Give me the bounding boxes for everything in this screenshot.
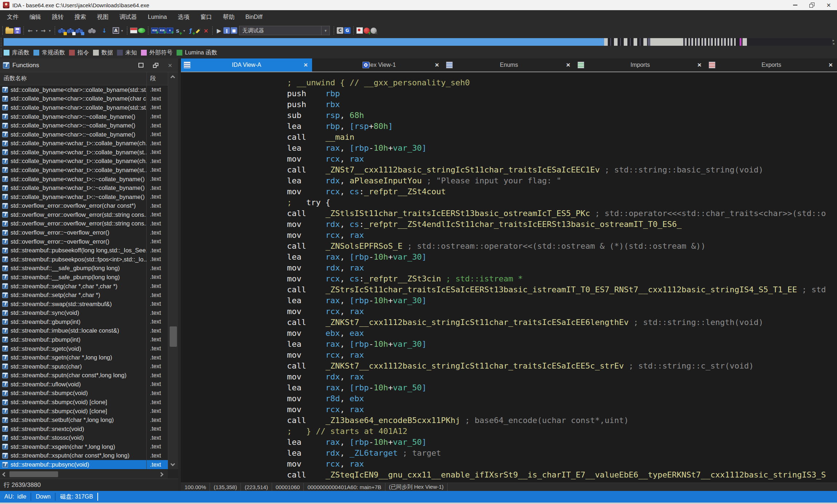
start-process-icon[interactable]: ▶ [215,27,223,34]
disasm-line[interactable]: ; __unwind { // __gxx_personality_seh0 [287,77,837,88]
menu-item-7[interactable]: Lumina [142,10,172,24]
search-icon[interactable] [88,27,96,34]
function-row[interactable]: fstd::streambuf::pubseekpos(std::fpos<in… [0,255,178,264]
function-row[interactable]: fstd::streambuf::sbumpc(void) [clone].te… [0,407,178,416]
scroll-left-icon[interactable] [2,472,7,477]
panel-close-icon[interactable]: × [168,63,172,68]
disasm-line[interactable]: lea rax, [rbp-10h+var_50] [287,382,837,393]
debugger-selector[interactable]: 无调试器▾ [239,26,330,35]
tab-enums[interactable]: Enums× [443,58,574,72]
disasm-line[interactable]: lea rax, [rbp-10h+var_30] [287,339,837,350]
horizontal-scroll-thumb[interactable] [9,471,58,477]
nav-forward-caret[interactable]: ▾ [48,27,52,34]
disasm-line[interactable]: call _ZNKSt7__cxx1112basic_stringIcSt11c… [287,361,837,371]
disasm-line[interactable]: call _ZNSt7__cxx1112basic_stringIcSt11ch… [287,164,837,175]
function-row[interactable]: fstd::overflow_error::overflow_error(cha… [0,202,178,211]
function-row[interactable]: fstd::streambuf::sputn(char const*,long … [0,371,178,380]
navband-left-icon[interactable]: ◂ [833,42,834,45]
function-row[interactable]: fstd::collate_byname<char>::collate_byna… [0,94,178,103]
disasm-line[interactable]: mov rcx, rax [287,230,837,241]
disasm-line[interactable]: call __main [287,132,837,143]
scroll-up-icon[interactable] [170,75,175,80]
disasm-line[interactable]: call _ZStlsISt11char_traitsIcEERSt13basi… [287,208,837,219]
menu-item-6[interactable]: 调试器 [114,10,142,24]
disasm-line[interactable]: mov r8d, ebx [287,393,837,404]
function-row[interactable]: fstd::collate_byname<wchar_t>::~collate_… [0,175,178,184]
disasm-line[interactable]: mov rdx, cs:_refptr__ZSt4endlIcSt11char_… [287,219,837,230]
trace-ellipse-icon[interactable] [138,28,145,33]
tab-close-icon[interactable]: × [304,62,308,68]
text-search-caret[interactable]: ▾ [120,27,124,34]
navband-arrows[interactable]: ▸◂ [833,39,834,45]
tab-close-icon[interactable]: × [698,62,701,68]
menu-item-3[interactable]: 跳转 [46,10,69,24]
function-row[interactable]: fstd::streambuf::stossc(void).text [0,434,178,443]
function-row[interactable]: fstd::streambuf::setp(char *,char *).tex… [0,290,178,300]
function-row[interactable]: fstd::streambuf::swap(std::streambuf&).t… [0,300,178,309]
function-row[interactable]: fstd::streambuf::pubsync(void).text [0,460,178,469]
chevron-down-icon[interactable]: ▾ [321,26,327,35]
function-row[interactable]: fstd::overflow_error::~overflow_error().… [0,228,178,237]
define-caret[interactable]: ▾ [182,27,186,34]
disasm-line[interactable]: mov rdx, rax [287,263,837,273]
define-word-icon[interactable]: 010+ [159,28,166,33]
define-byte-icon[interactable]: 010+ [151,28,158,33]
legend-drag-handle[interactable] [1,48,1,57]
navband-drag-handle[interactable] [1,38,1,46]
function-row[interactable]: fstd::streambuf::sputc(char).text [0,362,178,371]
panel-maximize-icon[interactable] [138,63,143,68]
function-row[interactable]: fstd::collate_byname<char>::~collate_byn… [0,130,178,139]
disasm-line[interactable]: mov rcx, rax [287,306,837,317]
stop-process-icon[interactable]: ■ [231,27,237,34]
disasm-line[interactable]: mov rcx, rax [287,154,837,164]
nav-back-icon[interactable]: ← [27,27,34,34]
column-function-name[interactable]: 函数名称 [0,75,146,82]
disasm-line[interactable]: lea rax, [rbp-10h+var_30] [287,252,837,263]
disasm-line[interactable]: sub rsp, 68h [287,110,837,121]
function-row[interactable]: fstd::streambuf::pubseekoff(long long,st… [0,246,178,255]
menu-item-8[interactable]: 选项 [172,10,195,24]
pause-process-icon[interactable]: ‖ [223,27,230,34]
close-button[interactable]: × [820,0,837,10]
function-row[interactable]: fstd::streambuf::xsputn(char const*,long… [0,451,178,460]
functions-column-header[interactable]: 函数名称 段 [0,72,178,85]
function-row[interactable]: fstd::collate_byname<wchar_t>::collate_b… [0,166,178,175]
tab-hex-view-1[interactable]: Hex View-1× [312,58,443,72]
navigation-band[interactable] [4,38,832,46]
disasm-line[interactable]: mov rcx, cs:_refptr__ZSt3cin ; std::istr… [287,273,837,284]
functions-panel-titlebar[interactable]: f Functions × [0,58,178,72]
function-row[interactable]: fstd::streambuf::imbue(std::locale const… [0,326,178,336]
disasm-line[interactable]: mov ebx, eax [287,328,837,339]
disassembly-view[interactable]: ; __unwind { // __gxx_personality_seh0pu… [181,72,837,483]
function-row[interactable]: fstd::collate_byname<char>::collate_byna… [0,85,178,94]
function-row[interactable]: fstd::streambuf::sgetc(void).text [0,344,178,353]
function-row[interactable]: fstd::streambuf::sbumpc(void).text [0,389,178,398]
disasm-line[interactable]: lea rax, [rbp-10h+var_50] [287,437,837,448]
jump-address-icon[interactable] [58,27,66,34]
disasm-line[interactable]: mov rcx, rax [287,404,837,415]
tab-close-icon[interactable]: × [435,62,439,68]
menu-item-5[interactable]: 视图 [92,10,114,24]
disasm-line[interactable]: lea rax, [rbp-10h+var_30] [287,295,837,306]
function-row[interactable]: fstd::streambuf::pbump(int).text [0,335,178,344]
panel-cascade-icon[interactable] [153,63,158,68]
function-row[interactable]: fstd::streambuf::__safe_gbump(long long)… [0,264,178,273]
function-row[interactable]: fstd::collate_byname<char>::~collate_byn… [0,112,178,121]
menu-item-4[interactable]: 搜索 [69,10,92,24]
vertical-scroll-thumb[interactable] [170,326,177,347]
disasm-line[interactable]: ; try { [287,197,837,208]
function-row[interactable]: fstd::collate_byname<wchar_t>::collate_b… [0,139,178,148]
delete-function-icon[interactable]: × [202,27,210,34]
nav-forward-icon[interactable]: → [40,27,47,34]
run-go-icon[interactable]: G [344,27,351,34]
nav-back-caret[interactable]: ▾ [35,27,39,34]
disasm-line[interactable]: ; } // starts at 401A12 [287,426,837,437]
tab-exports[interactable]: Exports× [706,58,837,72]
scroll-right-icon[interactable] [159,472,163,477]
disasm-line[interactable]: mov rcx, rax [287,459,837,470]
disasm-line[interactable]: call _ZStrsIcSt11char_traitsIcESaIcEERSt… [287,284,837,295]
run-cpp-icon[interactable]: C [337,27,343,34]
disasm-line[interactable]: push rbp [287,88,837,99]
disasm-line[interactable]: lea rbp, [rsp+80h] [287,121,837,132]
function-row[interactable]: fstd::streambuf::setg(char *,char *,char… [0,282,178,291]
